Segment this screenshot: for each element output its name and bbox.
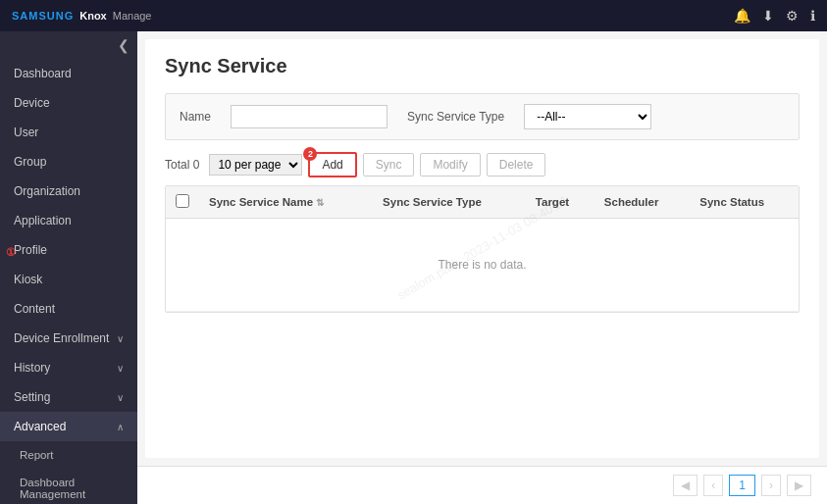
last-page-button[interactable]: ▶ — [787, 475, 811, 496]
sidebar-item-setting[interactable]: Setting ∨ — [0, 382, 137, 412]
header-icons: 🔔 ⬇ ⚙ ℹ — [734, 8, 815, 24]
sidebar-item-user[interactable]: User — [0, 118, 137, 147]
total-label: Total 0 — [165, 158, 199, 172]
select-all-checkbox[interactable] — [176, 194, 189, 208]
col-sync-service-type: Sync Service Type — [373, 186, 526, 219]
sidebar-item-history[interactable]: History ∨ — [0, 353, 137, 382]
main-area: sealom.park. 2023-11-03 08:40:21 Sync Se… — [137, 31, 827, 504]
first-page-icon: ◀ — [681, 479, 690, 492]
sidebar-item-label: Content — [14, 302, 55, 316]
main-layout: ❮ Dashboard Device User Group Organizati… — [0, 31, 827, 504]
checkbox-header — [166, 186, 199, 219]
sidebar-item-device-enrollment[interactable]: Device Enrollment ∨ — [0, 324, 137, 353]
first-page-button[interactable]: ◀ — [673, 475, 698, 496]
sidebar-collapse[interactable]: ❮ — [0, 31, 137, 59]
col-target: Target — [526, 186, 594, 219]
sidebar-item-label: Application — [14, 214, 72, 227]
delete-button[interactable]: Delete — [487, 153, 546, 176]
pagination: ◀ ‹ 1 › ▶ — [137, 466, 827, 504]
notification-icon[interactable]: 🔔 — [734, 8, 750, 24]
data-table: Sync Service Name ⇅ Sync Service Type Ta… — [165, 185, 800, 313]
toolbar: Total 0 10 per page 25 per page 50 per p… — [165, 152, 800, 177]
sidebar-item-group[interactable]: Group — [0, 147, 137, 176]
sidebar-item-application[interactable]: Application — [0, 206, 137, 235]
logo-knox: Knox — [79, 10, 107, 22]
next-page-icon: › — [769, 479, 773, 492]
download-icon[interactable]: ⬇ — [762, 8, 774, 24]
prev-page-button[interactable]: ‹ — [703, 475, 723, 496]
chevron-down-icon: ∨ — [117, 392, 124, 403]
sidebar-item-profile[interactable]: Profile — [0, 235, 137, 265]
sidebar-item-label: Group — [14, 155, 46, 169]
current-page: 1 — [729, 475, 755, 496]
sidebar-item-label: Advanced — [14, 420, 66, 433]
type-filter-label: Sync Service Type — [407, 110, 504, 124]
sidebar-item-label: Report — [20, 449, 54, 461]
add-button-label: Add — [322, 158, 342, 172]
prev-page-icon: ‹ — [711, 479, 715, 492]
last-page-icon: ▶ — [795, 479, 803, 492]
col-scheduler: Scheduler — [594, 186, 690, 219]
page-title: Sync Service — [165, 55, 800, 77]
next-page-button[interactable]: › — [761, 475, 781, 496]
sidebar-item-organization[interactable]: Organization — [0, 176, 137, 206]
sidebar-item-label: History — [14, 361, 50, 375]
modify-button-label: Modify — [433, 158, 467, 172]
sidebar-subitem-dashboard-management[interactable]: Dashboard Management — [0, 469, 137, 504]
sidebar-item-label: Setting — [14, 390, 50, 404]
sidebar-item-label: Device Enrollment — [14, 331, 109, 345]
logo-manage: Manage — [113, 10, 152, 22]
sidebar-item-content[interactable]: Content — [0, 294, 137, 324]
sync-button[interactable]: Sync — [363, 153, 415, 176]
no-data-message: There is no data. — [166, 219, 799, 312]
chevron-down-icon: ∨ — [117, 363, 124, 374]
add-badge: 2 — [303, 147, 317, 161]
logo: SAMSUNG Knox Manage — [12, 10, 152, 22]
sidebar-item-device[interactable]: Device — [0, 88, 137, 118]
main-content: sealom.park. 2023-11-03 08:40:21 Sync Se… — [145, 39, 819, 458]
sidebar-subitem-report[interactable]: Report — [0, 441, 137, 469]
modify-button[interactable]: Modify — [420, 153, 480, 176]
sidebar-item-label: Dashboard Management — [20, 477, 124, 500]
name-filter-label: Name — [180, 110, 211, 124]
chevron-up-icon: ∧ — [117, 422, 124, 432]
sidebar-item-label: User — [14, 126, 38, 139]
sidebar-item-label: Profile — [14, 243, 47, 257]
add-button[interactable]: 2 Add — [308, 152, 356, 177]
type-filter-select[interactable]: --All-- AD LDAP — [524, 104, 651, 129]
sidebar-item-label: Organization — [14, 184, 80, 198]
sidebar-item-label: Device — [14, 96, 50, 110]
sync-button-label: Sync — [376, 158, 402, 172]
app-header: SAMSUNG Knox Manage 🔔 ⬇ ⚙ ℹ — [0, 0, 827, 31]
sidebar-item-advanced[interactable]: Advanced ∧ — [0, 412, 137, 441]
collapse-icon[interactable]: ❮ — [118, 37, 129, 53]
col-sync-service-name: Sync Service Name ⇅ — [199, 186, 373, 219]
sidebar-item-label: Dashboard — [14, 67, 72, 80]
per-page-select[interactable]: 10 per page 25 per page 50 per page — [209, 154, 302, 176]
name-filter-input[interactable] — [231, 105, 388, 128]
settings-icon[interactable]: ⚙ — [786, 8, 799, 24]
sidebar-item-dashboard[interactable]: Dashboard — [0, 59, 137, 88]
chevron-down-icon: ∨ — [117, 333, 124, 344]
sort-icon[interactable]: ⇅ — [316, 197, 324, 208]
filter-bar: Name Sync Service Type --All-- AD LDAP — [165, 93, 800, 140]
logo-samsung: SAMSUNG — [12, 10, 74, 22]
help-icon[interactable]: ℹ — [810, 8, 815, 24]
delete-button-label: Delete — [499, 158, 534, 172]
sidebar-item-kiosk[interactable]: Kiosk — [0, 265, 137, 294]
sidebar: ❮ Dashboard Device User Group Organizati… — [0, 31, 137, 504]
col-sync-status: Sync Status — [690, 186, 799, 219]
sidebar-item-label: Kiosk — [14, 273, 42, 286]
